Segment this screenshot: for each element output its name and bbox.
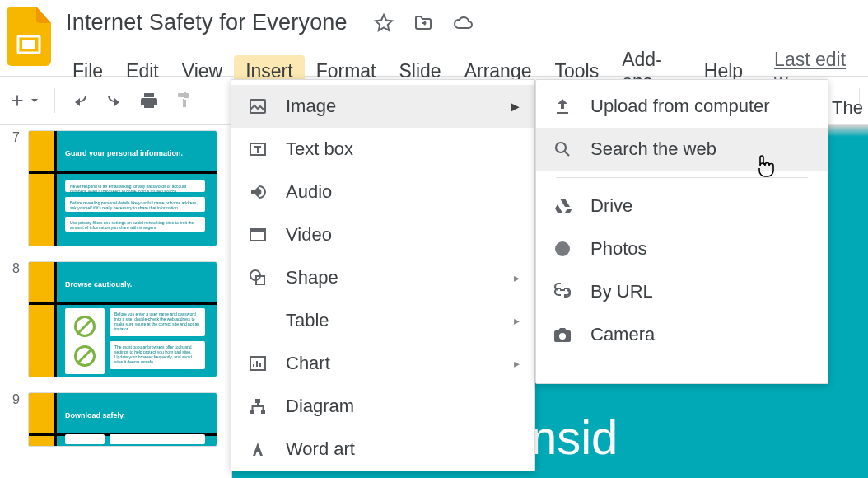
video-icon — [246, 225, 269, 245]
slide-number: 8 — [5, 261, 20, 377]
svg-rect-7 — [255, 399, 260, 403]
menu-item-wordart[interactable]: Word art — [231, 428, 534, 471]
undo-button[interactable] — [70, 91, 90, 110]
title-bar: Internet Safety for Everyone File Edit V… — [0, 0, 868, 76]
submenu-item-photos[interactable]: Photos — [536, 227, 828, 270]
photos-icon — [551, 239, 574, 259]
thumb-card — [110, 434, 205, 444]
title-row: Internet Safety for Everyone — [66, 7, 861, 35]
svg-rect-9 — [261, 410, 265, 414]
star-icon[interactable] — [374, 13, 394, 33]
menu-item-label: Word art — [286, 438, 355, 460]
slide-thumbnail-7[interactable]: Guard your personal information. Never r… — [28, 130, 217, 246]
paint-format-button[interactable] — [174, 91, 194, 110]
upload-icon — [551, 96, 574, 116]
submenu-item-label: Search the web — [590, 138, 716, 160]
submenu-item-drive[interactable]: Drive — [536, 185, 828, 227]
app-logo[interactable] — [7, 7, 51, 66]
camera-icon — [551, 325, 574, 344]
submenu-item-camera[interactable]: Camera — [536, 313, 828, 356]
menu-item-label: Table — [286, 310, 329, 331]
diagram-icon — [246, 396, 269, 416]
menu-item-label: Chart — [286, 353, 330, 374]
submenu-item-url[interactable]: By URL — [536, 270, 828, 313]
menu-item-textbox[interactable]: Text box — [231, 128, 534, 171]
thumb-card: Use privacy filters and settings on soci… — [65, 217, 205, 232]
drive-icon — [551, 196, 574, 216]
menu-item-label: Text box — [286, 138, 353, 160]
slide-row: 8 Browse cautiously. Before you enter a … — [5, 261, 231, 377]
move-folder-icon[interactable] — [413, 13, 433, 33]
svg-point-10 — [556, 143, 566, 152]
menu-item-audio[interactable]: Audio — [231, 171, 534, 213]
submenu-item-label: Photos — [590, 238, 647, 260]
submenu-item-label: By URL — [590, 281, 653, 302]
menu-item-label: Shape — [286, 267, 338, 288]
print-button[interactable] — [139, 91, 159, 110]
chevron-right-icon: ▸ — [514, 271, 520, 284]
insert-menu-dropdown: Image ▶ Text box Audio Video Shape ▸ Tab… — [231, 79, 535, 471]
thumb-card: Before you enter a user name and passwor… — [110, 308, 205, 336]
submenu-item-label: Drive — [590, 195, 632, 217]
thumb-card: Before revealing personal details like y… — [65, 197, 205, 212]
slides-panel[interactable]: 7 Guard your personal information. Never… — [0, 125, 232, 478]
image-submenu: Upload from computer Search the web Driv… — [535, 79, 828, 384]
thumb-card: Never respond to an email asking for any… — [65, 180, 205, 192]
submenu-item-label: Camera — [590, 324, 655, 345]
menu-item-shape[interactable]: Shape ▸ — [231, 256, 534, 299]
menu-item-diagram[interactable]: Diagram — [231, 385, 534, 428]
chart-icon — [246, 354, 269, 373]
submenu-item-search[interactable]: Search the web — [536, 128, 828, 171]
menu-item-label: Diagram — [286, 396, 354, 417]
svg-rect-1 — [22, 40, 35, 49]
menu-item-chart[interactable]: Chart ▸ — [231, 342, 534, 385]
slide-number: 9 — [5, 392, 20, 447]
cloud-status-icon[interactable] — [453, 13, 474, 33]
submenu-separator — [556, 177, 808, 178]
menu-item-label: Image — [286, 96, 336, 117]
document-title[interactable]: Internet Safety for Everyone — [66, 10, 348, 35]
thumb-heading: Download safely. — [65, 411, 125, 419]
slide-thumbnail-8[interactable]: Browse cautiously. Before you enter a us… — [28, 261, 217, 377]
menu-view[interactable]: View — [170, 55, 234, 87]
image-icon — [246, 96, 269, 116]
title-icons — [374, 13, 474, 33]
audio-icon — [246, 182, 269, 202]
toolbar-separator — [54, 88, 55, 113]
new-slide-button[interactable] — [8, 91, 40, 110]
thumb-card: The most popular browsers offer tools an… — [110, 341, 205, 369]
textbox-icon — [246, 139, 269, 159]
redo-button[interactable] — [105, 91, 124, 110]
svg-rect-8 — [250, 410, 254, 414]
menu-item-label: Audio — [286, 181, 332, 203]
menu-item-video[interactable]: Video — [231, 213, 534, 256]
submenu-item-label: Upload from computer — [590, 96, 770, 117]
slide-row: 7 Guard your personal information. Never… — [5, 130, 231, 246]
thumb-heading: Browse cautiously. — [65, 280, 132, 288]
menu-item-table[interactable]: Table ▸ — [231, 299, 534, 342]
slide-number: 7 — [5, 130, 20, 246]
shape-icon — [246, 268, 269, 288]
theme-sidebar-label: The — [832, 97, 863, 119]
chevron-right-icon: ▶ — [511, 100, 520, 113]
link-icon — [551, 282, 574, 302]
wordart-icon — [246, 439, 269, 459]
slide-row: 9 Download safely. — [5, 392, 231, 447]
chevron-right-icon: ▸ — [514, 357, 520, 370]
thumb-heading: Guard your personal information. — [65, 149, 183, 157]
chevron-right-icon: ▸ — [514, 314, 520, 327]
submenu-item-upload[interactable]: Upload from computer — [536, 85, 828, 128]
menu-file[interactable]: File — [61, 55, 114, 87]
menu-item-image[interactable]: Image ▶ — [231, 85, 534, 128]
menu-item-label: Video — [286, 224, 332, 246]
search-icon — [551, 139, 574, 159]
menu-edit[interactable]: Edit — [114, 55, 170, 87]
slide-thumbnail-9[interactable]: Download safely. — [28, 392, 217, 447]
